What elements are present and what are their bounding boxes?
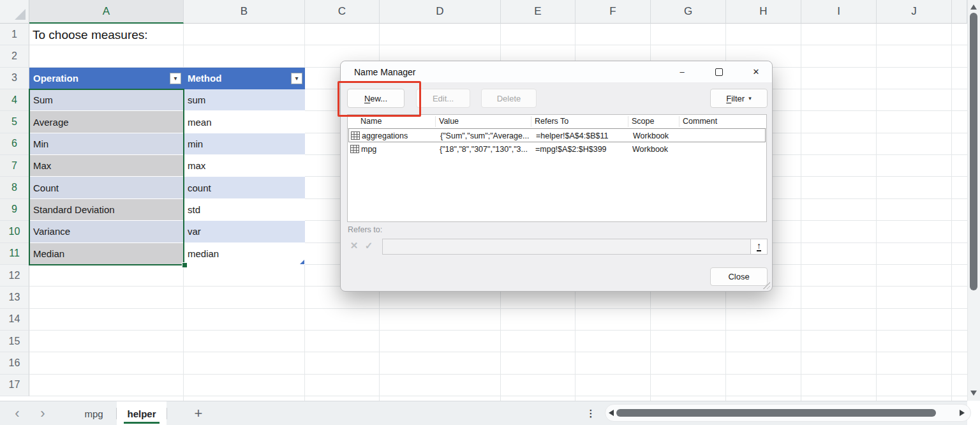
collapse-dialog-button[interactable]: ↑ xyxy=(750,239,768,255)
list-column-header[interactable]: Name xyxy=(360,115,382,128)
column-header-D[interactable]: D xyxy=(380,0,501,24)
table-cell-method[interactable]: mean xyxy=(184,111,305,133)
tab-scrollbar-splitter-icon[interactable]: ⋮ xyxy=(586,401,596,425)
delete-button[interactable]: Delete xyxy=(481,89,537,108)
row-header-11[interactable]: 11 xyxy=(0,243,29,265)
list-column-header[interactable]: Value xyxy=(439,115,459,128)
column-header-H[interactable]: H xyxy=(726,0,801,24)
row-header-3[interactable]: 3 xyxy=(0,68,29,89)
edit-button[interactable]: Edit... xyxy=(416,89,470,108)
name-cell: aggregations xyxy=(362,129,438,143)
column-header-F[interactable]: F xyxy=(575,0,651,24)
table-cell-operation[interactable]: Median xyxy=(29,243,184,265)
vertical-scrollbar-thumb[interactable] xyxy=(970,13,977,290)
table-header-cell[interactable]: Method▾ xyxy=(184,68,305,89)
name-list-row[interactable]: aggregations{"Sum","sum";"Average...=hel… xyxy=(348,128,766,142)
scroll-right-icon[interactable] xyxy=(960,410,965,416)
tab-separator xyxy=(167,408,167,419)
row-header-7[interactable]: 7 xyxy=(0,155,29,177)
table-cell-operation[interactable]: Min xyxy=(29,133,184,155)
row-header-4[interactable]: 4 xyxy=(0,89,29,111)
column-header-I[interactable]: I xyxy=(801,0,877,24)
table-resize-handle[interactable] xyxy=(300,260,304,264)
list-column-header[interactable]: Comment xyxy=(683,115,717,128)
row-header-12[interactable]: 12 xyxy=(0,265,29,287)
select-all-triangle-icon xyxy=(15,9,26,20)
row-header-6[interactable]: 6 xyxy=(0,133,29,155)
row-header-9[interactable]: 9 xyxy=(0,199,29,221)
sheet-tab-helper[interactable]: helper xyxy=(117,401,167,425)
scroll-left-icon[interactable] xyxy=(609,410,614,416)
table-cell-operation[interactable]: Average xyxy=(29,111,184,133)
defined-name-table-icon xyxy=(350,145,359,153)
column-header-E[interactable]: E xyxy=(501,0,575,24)
fill-handle[interactable] xyxy=(182,262,188,268)
gridline xyxy=(29,45,967,45)
list-column-header[interactable]: Scope xyxy=(632,115,654,128)
filter-dropdown-icon[interactable]: ▾ xyxy=(170,73,181,84)
gridline xyxy=(876,24,877,401)
horizontal-scrollbar-thumb[interactable] xyxy=(616,409,936,417)
column-header-partial[interactable] xyxy=(952,0,967,24)
table-cell-operation[interactable]: Count xyxy=(29,177,184,198)
maximize-icon[interactable] xyxy=(709,61,729,82)
table-cell-operation[interactable]: Variance xyxy=(29,221,184,242)
table-cell-method[interactable]: max xyxy=(184,155,305,177)
row-header-5[interactable]: 5 xyxy=(0,111,29,133)
row-header-8[interactable]: 8 xyxy=(0,177,29,198)
table-cell-operation[interactable]: Standard Deviation xyxy=(29,199,184,221)
value-cell: {"Sum","sum";"Average... xyxy=(440,129,533,143)
filter-dropdown-icon[interactable]: ▾ xyxy=(291,73,302,84)
cancel-icon[interactable]: ✕ xyxy=(347,238,361,253)
chevron-right-icon[interactable]: › xyxy=(33,401,52,425)
table-cell-method[interactable]: min xyxy=(184,133,305,155)
table-cell-operation[interactable]: Sum xyxy=(29,89,184,111)
row-header-13[interactable]: 13 xyxy=(0,287,29,308)
column-header-A[interactable]: A xyxy=(29,0,184,24)
cell-a1[interactable]: To choose measures: xyxy=(33,24,148,45)
name-cell: mpg xyxy=(361,142,438,156)
close-icon[interactable]: ✕ xyxy=(746,61,766,82)
scroll-down-icon[interactable] xyxy=(970,391,977,396)
table-header-cell[interactable]: Operation▾ xyxy=(29,68,184,89)
row-header-17[interactable]: 17 xyxy=(0,375,29,396)
list-column-header[interactable]: Refers To xyxy=(535,115,568,128)
defined-name-table-icon xyxy=(351,131,360,140)
column-header-G[interactable]: G xyxy=(651,0,726,24)
refers-to-input[interactable] xyxy=(382,239,751,255)
minimize-icon[interactable]: – xyxy=(672,61,692,82)
column-header-C[interactable]: C xyxy=(305,0,380,24)
filter-dropdown-icon: ▾ xyxy=(748,95,752,101)
list-column-separator xyxy=(679,116,679,127)
add-sheet-button[interactable]: + xyxy=(189,401,208,425)
sheet-tab-mpg[interactable]: mpg xyxy=(71,401,116,425)
row-header-1[interactable]: 1 xyxy=(0,24,29,45)
table-cell-method[interactable]: sum xyxy=(184,89,305,111)
column-header-B[interactable]: B xyxy=(184,0,305,24)
table-cell-method[interactable]: var xyxy=(184,221,305,242)
row-header-15[interactable]: 15 xyxy=(0,331,29,352)
row-header-16[interactable]: 16 xyxy=(0,352,29,374)
row-header-14[interactable]: 14 xyxy=(0,309,29,331)
chevron-left-icon[interactable]: ‹ xyxy=(8,401,27,425)
scroll-up-icon[interactable] xyxy=(970,4,977,10)
comment-cell xyxy=(684,129,764,143)
table-cell-operation[interactable]: Max xyxy=(29,155,184,177)
table-cell-method[interactable]: std xyxy=(184,199,305,221)
collapse-arrow-icon: ↑ xyxy=(757,242,761,251)
row-header-10[interactable]: 10 xyxy=(0,221,29,242)
column-header-J[interactable]: J xyxy=(877,0,952,24)
filter-button[interactable]: Filter ▾ xyxy=(710,89,768,108)
list-column-separator xyxy=(435,116,436,127)
name-list-row[interactable]: mpg{"18","8","307","130","3...=mpg!$A$2:… xyxy=(348,142,766,156)
table-cell-method[interactable]: count xyxy=(184,177,305,198)
names-list-header: NameValueRefers ToScopeComment xyxy=(348,115,766,129)
confirm-icon[interactable]: ✓ xyxy=(362,238,376,253)
select-all-corner[interactable] xyxy=(0,0,29,24)
gridline xyxy=(951,24,952,401)
refers-to-cell: =mpg!$A$2:$H$399 xyxy=(535,142,630,156)
table-cell-method[interactable]: median xyxy=(184,243,305,265)
close-button[interactable]: Close xyxy=(710,267,768,286)
sheet-tabs: mpghelper+ xyxy=(71,401,208,425)
row-header-2[interactable]: 2 xyxy=(0,45,29,67)
